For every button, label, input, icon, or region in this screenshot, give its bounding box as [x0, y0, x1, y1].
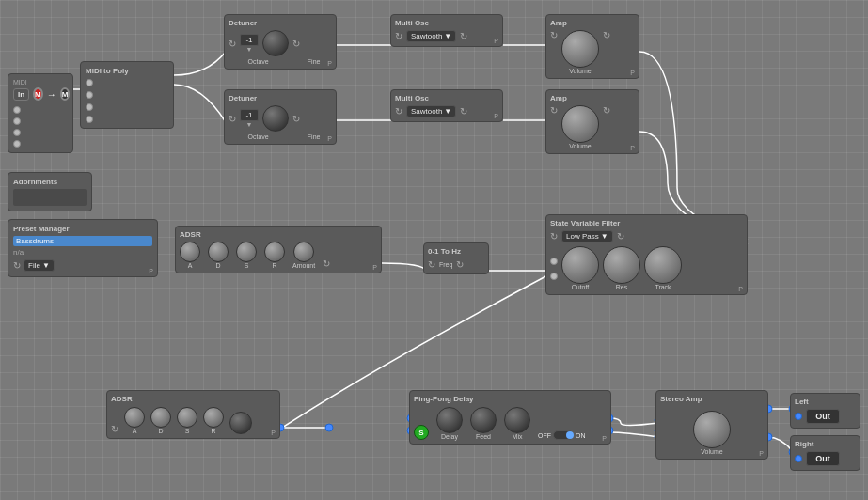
zero-to-hz-module: 0-1 To Hz Freq: [423, 242, 489, 274]
adsr1-amount-label: Amount: [292, 262, 315, 269]
ping-pong-delay-knob[interactable]: [436, 407, 463, 433]
detuner-1-module: Detuner -1 ▼ Octave Fine P: [224, 14, 337, 70]
svf-track-knob[interactable]: [644, 246, 682, 284]
adornments-title: Adornments: [13, 178, 87, 186]
amp2-volume-knob[interactable]: [561, 105, 599, 143]
midi-m-icon-red: M: [33, 87, 43, 101]
detuner2-value[interactable]: -1: [240, 109, 259, 121]
multiosc1-waveform-label: Sawtooth: [411, 32, 442, 40]
adsr2-s-knob[interactable]: [177, 407, 197, 428]
zero-to-hz-freq-label: Freq: [439, 261, 452, 268]
multiosc2-refresh-left[interactable]: [395, 106, 402, 117]
adsr2-refresh-left[interactable]: [111, 424, 118, 434]
adsr2-r-knob[interactable]: [203, 407, 224, 428]
detuner2-fine-label: Fine: [308, 133, 321, 140]
adsr1-a-knob[interactable]: [180, 242, 200, 262]
detuner2-p-label: P: [327, 135, 332, 142]
poly-port-4[interactable]: [86, 116, 93, 123]
detuner1-value[interactable]: -1: [240, 34, 259, 46]
detuner2-octave-label: Octave: [248, 133, 269, 140]
adsr1-r-knob[interactable]: [264, 242, 285, 262]
midi-port-3[interactable]: [13, 129, 21, 136]
out-left-port[interactable]: [795, 413, 802, 420]
svf-track-label: Track: [655, 284, 671, 290]
toggle-track[interactable]: [553, 430, 574, 440]
svf-module: State Variable Filter Low Pass ▼ Cutoff …: [545, 214, 748, 295]
svf-port-2[interactable]: [550, 273, 558, 280]
preset-text-field-1[interactable]: Bassdrums: [13, 236, 152, 246]
adsr1-s-label: S: [245, 262, 249, 269]
svf-refresh-left[interactable]: [550, 231, 558, 242]
amp-2-module: Amp Volume P: [545, 89, 639, 154]
adsr1-refresh[interactable]: [323, 258, 330, 269]
detuner2-refresh-right[interactable]: [292, 114, 300, 124]
midi-port-2[interactable]: [13, 117, 21, 125]
preset-manager-module: Preset Manager Bassdrums n/a File ▼ P: [8, 219, 158, 277]
adsr2-a-knob[interactable]: [124, 407, 145, 428]
preset-file-dropdown[interactable]: File ▼: [24, 259, 55, 272]
detuner2-fine-knob[interactable]: [262, 105, 289, 132]
preset-manager-refresh[interactable]: [13, 260, 21, 271]
ping-pong-feed-label: Feed: [476, 433, 491, 440]
multiosc1-waveform-dropdown[interactable]: Sawtooth ▼: [406, 30, 456, 42]
adsr2-d-knob[interactable]: [150, 407, 171, 428]
stereo-amp-volume-knob[interactable]: [693, 411, 731, 448]
midi-port-4[interactable]: [13, 140, 21, 148]
out-right-badge: Out: [806, 451, 840, 466]
detuner2-down-arrow[interactable]: ▼: [246, 121, 253, 128]
ping-pong-mix-knob[interactable]: [504, 407, 530, 433]
zero-to-hz-refresh-right[interactable]: [456, 259, 464, 270]
multiosc1-refresh-left[interactable]: [395, 31, 402, 41]
adsr1-s-knob[interactable]: [236, 242, 257, 262]
detuner-2-title: Detuner: [229, 94, 332, 102]
ping-pong-feed-knob[interactable]: [470, 407, 497, 433]
detuner1-refresh-left[interactable]: [229, 39, 236, 49]
detuner2-refresh-left[interactable]: [229, 114, 236, 124]
ping-pong-toggle[interactable]: OFF ON: [538, 430, 586, 440]
svf-refresh-right[interactable]: [617, 231, 624, 242]
out-left-title: Left: [795, 398, 856, 406]
out-right-module: Right Out: [790, 435, 860, 471]
midi-module: MIDI In M → M: [8, 73, 73, 153]
out-right-port[interactable]: [795, 455, 802, 462]
svf-cutoff-knob[interactable]: [561, 246, 599, 284]
multiosc1-refresh-right[interactable]: [460, 31, 467, 41]
poly-port-2[interactable]: [86, 91, 93, 99]
ping-pong-title: Ping-Pong Delay: [414, 395, 607, 403]
amp2-refresh-left[interactable]: [550, 105, 558, 116]
svf-port-1[interactable]: [550, 258, 558, 265]
detuner1-fine-knob[interactable]: [262, 30, 289, 56]
amp1-volume-knob[interactable]: [561, 30, 599, 68]
multiosc2-waveform-dropdown[interactable]: Sawtooth ▼: [406, 105, 456, 117]
multiosc-1-module: Multi Osc Sawtooth ▼ P: [390, 14, 503, 47]
adsr-1-title: ADSR: [180, 230, 377, 239]
multiosc2-refresh-right[interactable]: [460, 106, 467, 117]
multiosc1-p-label: P: [494, 38, 498, 44]
amp2-volume-label: Volume: [569, 143, 591, 149]
amp1-refresh-left[interactable]: [550, 30, 558, 40]
stereo-amp-module: Stereo Amp Volume P: [655, 390, 768, 460]
adsr2-p-label: P: [271, 430, 276, 436]
detuner1-down-arrow[interactable]: ▼: [246, 46, 253, 53]
midi-port-1[interactable]: [13, 106, 21, 114]
amp-2-title: Amp: [550, 94, 635, 102]
preset-file-label: File: [28, 261, 40, 270]
out-right-title: Right: [795, 440, 856, 448]
adsr1-amount-knob[interactable]: [293, 242, 314, 262]
adsr-1-module: ADSR A D S R Amount P: [175, 226, 382, 273]
svf-filter-dropdown[interactable]: Low Pass ▼: [561, 230, 613, 242]
toggle-off-label: OFF: [538, 432, 551, 439]
adsr2-s-label: S: [185, 428, 190, 434]
poly-port-3[interactable]: [86, 103, 93, 111]
adsr2-extra-knob[interactable]: [229, 412, 252, 434]
amp1-refresh-right[interactable]: [603, 30, 610, 40]
poly-port-1[interactable]: [86, 79, 93, 86]
amp2-refresh-right[interactable]: [603, 105, 610, 116]
detuner1-refresh-right[interactable]: [292, 39, 300, 49]
zero-to-hz-refresh-left[interactable]: [428, 259, 435, 270]
svf-res-knob[interactable]: [603, 246, 640, 284]
svg-point-19: [325, 424, 333, 431]
adsr1-d-knob[interactable]: [208, 242, 229, 262]
toggle-thumb: [566, 431, 574, 439]
ping-pong-s-icon[interactable]: S: [414, 425, 429, 440]
